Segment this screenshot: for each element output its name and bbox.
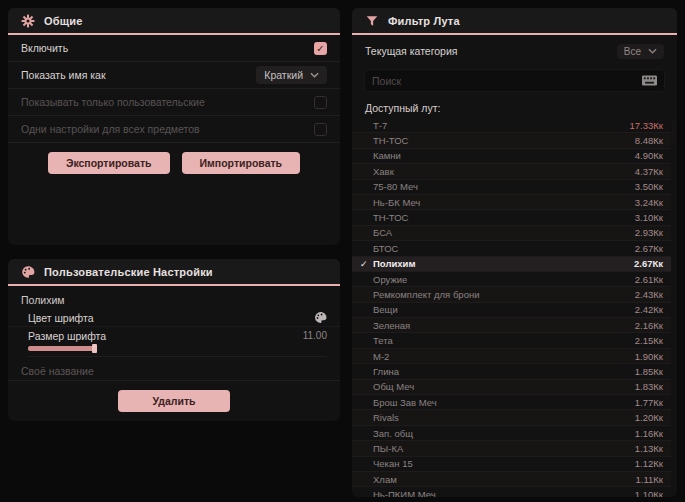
font-size-row: Размер шрифта 11.00 [8, 327, 340, 342]
loot-item-name: Брош Зав Меч [373, 397, 635, 408]
loot-list-item[interactable]: ✓ Ремкомплект для брони 2.43Кк [352, 287, 671, 302]
font-size-slider[interactable] [28, 344, 327, 357]
keyboard-icon[interactable] [642, 75, 657, 86]
loot-item-count: 17.33Кк [630, 120, 663, 131]
loot-item-name: Нь-БК Меч [373, 197, 635, 208]
loot-list-item[interactable]: ✓ Тета 2.15Кк [352, 333, 671, 348]
loot-item-count: 1.20Кк [635, 412, 663, 423]
loot-list-item[interactable]: ✓ Глина 1.85Кк [352, 364, 671, 379]
only-custom-checkbox[interactable]: ✓ [314, 96, 327, 109]
check-icon: ✓ [360, 320, 373, 330]
loot-list-item[interactable]: ✓ БТОС 2.67Кк [352, 241, 671, 256]
category-label: Текущая категория [365, 45, 458, 57]
loot-item-name: Т-7 [373, 120, 630, 131]
category-value: Все [624, 46, 641, 57]
export-button[interactable]: Экспортировать [48, 152, 170, 174]
loot-item-name: 75-80 Меч [373, 181, 635, 192]
category-dropdown[interactable]: Все [617, 44, 664, 59]
loot-item-name: Глина [373, 366, 635, 377]
loot-list-item[interactable]: ✓ ПЫ-КА 1.13Кк [352, 441, 671, 456]
loot-list-item[interactable]: ✓ Камни 4.90Кк [352, 149, 671, 164]
palette-icon [21, 265, 35, 279]
check-icon: ✓ [360, 166, 373, 176]
loot-item-count: 1.77Кк [635, 397, 663, 408]
loot-item-count: 2.42Кк [635, 304, 663, 315]
custom-name-row [8, 363, 340, 381]
loot-item-name: ПЫ-КА [373, 443, 635, 454]
check-icon: ✓ [360, 228, 373, 238]
loot-item-name: БСА [373, 227, 635, 238]
loot-item-count: 3.10Кк [635, 212, 663, 223]
loot-item-count: 1.12Кк [635, 458, 663, 469]
general-panel-header: Общие [8, 8, 340, 35]
enable-row: Включить ✓ [8, 35, 340, 62]
show-name-dropdown[interactable]: Краткий [256, 66, 327, 84]
loot-list-item[interactable]: ✓ ТН-ТОС 8.48Кк [352, 133, 671, 148]
loot-list-item[interactable]: ✓ Чекан 15 1.12Кк [352, 457, 671, 472]
loot-list-item[interactable]: ✓ 75-80 Меч 3.50Кк [352, 180, 671, 195]
loot-list-item[interactable]: ✓ Зап. общ 1.16Кк [352, 426, 671, 441]
loot-list-item[interactable]: ✓ Нь-ПКИМ Меч 1.10Кк [352, 487, 671, 497]
loot-filter-header: Фильтр Лута [352, 8, 677, 35]
loot-item-name: Хлам [373, 474, 636, 485]
loot-item-name: Тета [373, 335, 635, 346]
check-icon: ✓ [360, 259, 373, 269]
loot-list-item[interactable]: ✓ Хлам 1.11Кк [352, 472, 671, 487]
loot-list-item[interactable]: ✓ БСА 2.93Кк [352, 226, 671, 241]
mod-settings-screen: Общие Включить ✓ Показать имя как Кратки… [0, 0, 685, 502]
font-color-row[interactable]: Цвет шрифта [8, 310, 340, 327]
loot-list-item[interactable]: ✓ Т-7 17.33Кк [352, 118, 671, 133]
loot-list-item[interactable]: ✓ Нь-БК Меч 3.24Кк [352, 195, 671, 210]
slider-thumb[interactable] [92, 344, 97, 353]
loot-item-count: 3.24Кк [635, 197, 663, 208]
loot-list-item[interactable]: ✓ М-2 1.90Кк [352, 349, 671, 364]
same-settings-checkbox[interactable]: ✓ [314, 123, 327, 136]
loot-list-item[interactable]: ✓ Общ Меч 1.83Кк [352, 380, 671, 395]
loot-item-name: Rivals [373, 412, 635, 423]
loot-item-count: 3.50Кк [635, 181, 663, 192]
gear-icon [21, 14, 35, 28]
search-field[interactable] [364, 69, 665, 92]
loot-item-count: 4.37Кк [635, 166, 663, 177]
check-icon: ✓ [360, 274, 373, 284]
scrollbar-thumb[interactable] [672, 120, 676, 144]
custom-name-input[interactable] [21, 365, 327, 377]
left-column: Общие Включить ✓ Показать имя как Кратки… [8, 8, 340, 494]
right-column: Фильтр Лута Текущая категория Все [352, 8, 677, 494]
enable-checkbox[interactable]: ✓ [314, 42, 327, 55]
loot-list: ✓ Т-7 17.33Кк ✓ ТН-ТОС 8.48Кк ✓ Камни 4.… [352, 118, 677, 497]
general-panel-title: Общие [44, 15, 83, 27]
same-settings-row: Одни настройки для всех предметов ✓ [8, 116, 340, 143]
loot-list-item[interactable]: ✓ ТН-ТОС 3.10Кк [352, 210, 671, 225]
loot-list-item[interactable]: ✓ Полихим 2.67Кк [352, 257, 671, 272]
loot-list-item[interactable]: ✓ Брош Зав Меч 1.77Кк [352, 395, 671, 410]
selected-item-name: Полихим [8, 286, 340, 310]
loot-list-item[interactable]: ✓ Вещи 2.42Кк [352, 303, 671, 318]
loot-item-name: Оружие [373, 274, 635, 285]
color-palette-icon[interactable] [314, 311, 327, 324]
check-icon: ✓ [360, 336, 373, 346]
loot-item-name: БТОС [373, 243, 635, 254]
loot-item-count: 2.15Кк [635, 335, 663, 346]
loot-item-count: 4.90Кк [635, 150, 663, 161]
loot-item-name: Зап. общ [373, 428, 635, 439]
chevron-down-icon [648, 48, 657, 54]
search-input[interactable] [372, 75, 636, 87]
loot-item-name: Вещи [373, 304, 635, 315]
loot-list-item[interactable]: ✓ Зеленая 2.16Кк [352, 318, 671, 333]
font-size-label: Размер шрифта [28, 330, 106, 342]
loot-filter-panel: Фильтр Лута Текущая категория Все [352, 8, 677, 497]
custom-settings-title: Пользовательские Настройки [44, 266, 213, 278]
show-name-value: Краткий [264, 69, 303, 81]
loot-list-item[interactable]: ✓ Хавк 4.37Кк [352, 164, 671, 179]
loot-item-count: 2.16Кк [635, 320, 663, 331]
delete-button[interactable]: Удалить [118, 390, 229, 412]
loot-item-name: ТН-ТОС [373, 135, 635, 146]
check-icon: ✓ [360, 289, 373, 299]
import-button[interactable]: Импортировать [182, 152, 301, 174]
check-icon: ✓ [360, 243, 373, 253]
loot-item-name: М-2 [373, 351, 635, 362]
loot-list-item[interactable]: ✓ Оружие 2.61Кк [352, 272, 671, 287]
loot-list-item[interactable]: ✓ Rivals 1.20Кк [352, 410, 671, 425]
check-icon: ✓ [360, 474, 373, 484]
